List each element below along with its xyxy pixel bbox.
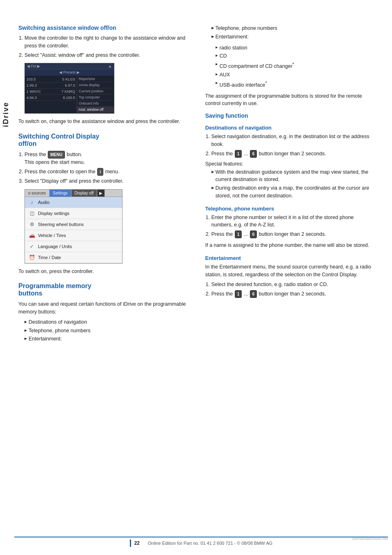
bullet-item: During destination entry via a map, the … — [212, 184, 376, 200]
right-top-bullets: Telephone, phone numbers Entertainment: — [212, 25, 376, 41]
bullet-item: Telephone, phone numbers — [24, 327, 187, 335]
bullet-item: With the destination guidance system and… — [212, 168, 376, 184]
footer-bar-decoration — [130, 539, 131, 547]
bullet-item: Entertainment: — [24, 335, 187, 343]
step-item: Select navigation destination, e.g. in t… — [212, 133, 376, 148]
station-row: 2.99.36.97.5 — [27, 83, 75, 89]
language-icon: ✓ — [28, 243, 36, 250]
settings-menu-row-time: ⏰ Time / Date — [25, 252, 122, 263]
key-6: 6 — [250, 231, 257, 238]
step-item: Press the 1 ... 6 button longer than 2 s… — [212, 150, 376, 158]
radio-screen-image: ◀ FM ▶ ▲ ◀ Presets ▶ 103.55 KLGS 2.99.36… — [24, 63, 114, 114]
subheading-destinations: Destinations of navigation — [205, 125, 376, 131]
radio-arrow: ▲ — [108, 64, 112, 68]
step-item: Enter the phone number or select it in a… — [212, 214, 376, 229]
station-list: 103.55 KLGS 2.99.36.97.5 1 WNYC7 KNRQ 4.… — [25, 76, 114, 113]
left-stations: 103.55 KLGS 2.99.36.97.5 1 WNYC7 KNRQ 4.… — [25, 76, 77, 113]
main-content: Switching assistance window off/on Move … — [14, 0, 392, 363]
left-column: Switching assistance window off/on Move … — [18, 25, 191, 346]
tab-display-off: Display off — [71, 190, 98, 197]
settings-item-label: Steering wheel buttons — [38, 222, 84, 227]
station-row: 1 WNYC7 KNRQ — [27, 89, 75, 95]
right-column: Telephone, phone numbers Entertainment: … — [203, 25, 376, 346]
settings-item-label: Audio — [38, 200, 49, 205]
special-features-label: Special features: — [205, 161, 376, 167]
programmable-intro: You can save and request certain functio… — [18, 300, 187, 316]
i-key: i — [97, 168, 103, 176]
tab-sources: o sources — [25, 190, 49, 197]
menu-item: Top computer — [79, 94, 112, 101]
heading-switching-assistance: Switching assistance window off/on — [18, 25, 187, 31]
bullet-item: Entertainment: — [212, 33, 376, 41]
bullet-item: Destinations of navigation — [24, 318, 187, 326]
key-6: 6 — [250, 290, 257, 298]
menu-item: Repertoire — [79, 76, 112, 82]
subheading-entertainment: Entertainment — [205, 255, 376, 261]
radio-top-bar: ◀ FM ▶ ▲ — [25, 63, 114, 69]
steps-destinations: Select navigation destination, e.g. in t… — [212, 133, 376, 158]
settings-screen-image: o sources Settings Display off ▶ ♪ Audio… — [24, 189, 122, 264]
time-icon: ⏰ — [28, 254, 36, 261]
steps-telephone: Enter the phone number or select it in a… — [212, 214, 376, 239]
entertainment-intro: In the Entertainment menu, the sound sou… — [205, 263, 376, 279]
footer-text: Online Edition for Part no. 01 41 2 600 … — [148, 541, 272, 546]
steps-switching-assistance: Move the controller to the right to chan… — [24, 34, 187, 59]
radio-right-menu: Repertoire Arrow display Current positio… — [77, 76, 114, 113]
step-item: Press the 1 ... 6 button longer than 2 s… — [212, 231, 376, 238]
settings-tab-bar: o sources Settings Display off ▶ — [25, 190, 122, 197]
settings-item-label: Language / Units — [38, 244, 72, 249]
step-item: Select "Display off" and press the contr… — [24, 177, 187, 185]
station-row: 4.94.38.100.5 — [27, 95, 75, 101]
tab-settings: Settings — [49, 190, 71, 197]
menu-key: MENU — [48, 151, 65, 159]
section-programmable-memory: Programmable memorybuttons You can save … — [18, 282, 187, 343]
settings-menu-row-language: ✓ Language / Units — [25, 241, 122, 252]
page-number: 22 — [134, 540, 140, 546]
bullet-item: CD — [216, 52, 376, 60]
step-item: Move the controller to the right to chan… — [24, 34, 187, 50]
telephone-after-text: If a name is assigned to the phone numbe… — [205, 242, 376, 249]
bullet-item: CD compartment of CD changer* — [216, 61, 376, 70]
key-1: 1 — [235, 231, 242, 238]
radio-presets: ◀ Presets ▶ — [25, 69, 114, 76]
settings-item-label: Display settings — [38, 211, 69, 216]
settings-menu-row-steering: ⚙ Steering wheel buttons — [25, 219, 122, 230]
asterisk: * — [292, 62, 294, 67]
section-switching-assistance: Switching assistance window off/on Move … — [18, 25, 187, 125]
step-item: Select "Assist. window off" and press th… — [24, 51, 187, 59]
settings-menu-row-display: ◫ Display settings — [25, 208, 122, 219]
vehicle-icon: 🚗 — [28, 232, 36, 239]
stored-text: The assignment of the programmable butto… — [205, 92, 376, 108]
assistance-after-text: To switch on, change to the assistance w… — [18, 118, 187, 125]
settings-menu-row-vehicle: 🚗 Vehicle / Tires — [25, 230, 122, 241]
step-item: Press the 1 ... 6 button longer than 2 s… — [212, 290, 376, 298]
bullet-item: Telephone, phone numbers — [212, 25, 376, 32]
tab-arrow: ▶ — [97, 190, 105, 197]
menu-item: Onboard info — [79, 101, 112, 107]
settings-menu-row-audio: ♪ Audio — [25, 197, 122, 208]
key-1: 1 — [235, 290, 242, 298]
steps-control-display: Press the MENU button. This opens the st… — [24, 151, 187, 185]
bullet-item: AUX — [216, 71, 376, 79]
heading-saving-function: Saving function — [205, 112, 376, 119]
display-icon: ◫ — [28, 210, 36, 217]
radio-fm-label: ◀ FM ▶ — [27, 64, 40, 68]
settings-item-label: Time / Date — [38, 255, 61, 260]
programmable-bullets: Destinations of navigation Telephone, ph… — [24, 318, 187, 343]
steps-entertainment: Select the desired function, e.g. radio … — [212, 281, 376, 298]
key-6: 6 — [250, 150, 257, 158]
heading-control-display: Switching Control Displayoff/on — [18, 133, 187, 148]
control-display-after-text: To switch on, press the controller. — [18, 268, 187, 275]
station-row: 103.55 KLGS — [27, 76, 75, 83]
key-1: 1 — [235, 150, 242, 158]
step-item: Press the controller to open the i menu. — [24, 168, 187, 176]
bullet-item: USB-audio interface* — [216, 80, 376, 89]
heading-programmable-memory: Programmable memorybuttons — [18, 282, 187, 297]
steering-icon: ⚙ — [28, 221, 36, 228]
subheading-telephone: Telephone, phone numbers — [205, 206, 376, 212]
page-footer: 22 Online Edition for Part no. 01 41 2 6… — [14, 537, 388, 547]
watermark: carmanualsonline.info — [352, 537, 388, 541]
audio-icon: ♪ — [28, 199, 36, 206]
right-sub-bullets: radio station CD CD compartment of CD ch… — [216, 44, 376, 89]
menu-item-highlighted: Asst. window off — [77, 107, 114, 113]
